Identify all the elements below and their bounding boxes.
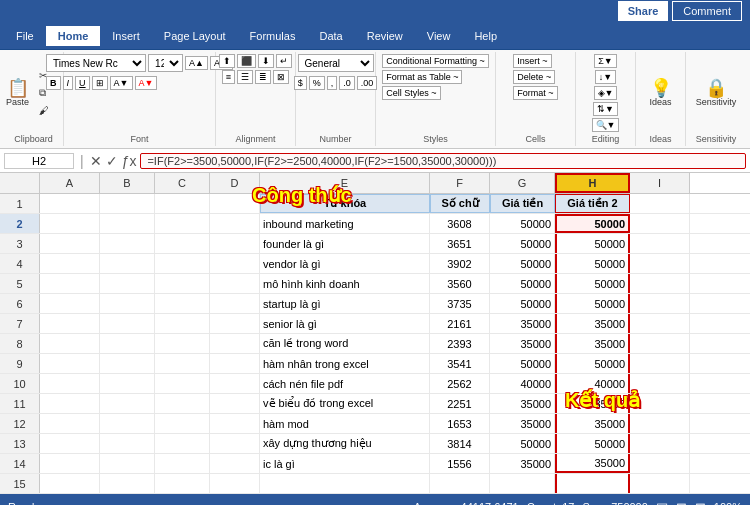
number-format-select[interactable]: General bbox=[298, 54, 374, 72]
cell-b13[interactable] bbox=[100, 434, 155, 453]
cell-h1[interactable]: Giá tiền 2 bbox=[555, 194, 630, 213]
cell-f4[interactable]: 3902 bbox=[430, 254, 490, 273]
cell-f15[interactable] bbox=[430, 474, 490, 493]
tab-review[interactable]: Review bbox=[355, 26, 415, 46]
cell-b8[interactable] bbox=[100, 334, 155, 353]
row-header-15[interactable]: 15 bbox=[0, 474, 40, 493]
cell-a6[interactable] bbox=[40, 294, 100, 313]
tab-page-layout[interactable]: Page Layout bbox=[152, 26, 238, 46]
cell-e7[interactable]: senior là gì bbox=[260, 314, 430, 333]
paste-button[interactable]: 📋 Paste bbox=[2, 77, 33, 109]
cell-a5[interactable] bbox=[40, 274, 100, 293]
view-page-break-btn[interactable]: ⊟ bbox=[695, 500, 706, 506]
cell-h6[interactable]: 50000 bbox=[555, 294, 630, 313]
view-layout-btn[interactable]: ⊞ bbox=[676, 500, 687, 506]
cell-styles-button[interactable]: Cell Styles ~ bbox=[382, 86, 440, 100]
insert-cells-button[interactable]: Insert ~ bbox=[513, 54, 551, 68]
cell-c2[interactable] bbox=[155, 214, 210, 233]
format-as-table-button[interactable]: Format as Table ~ bbox=[382, 70, 462, 84]
cell-b11[interactable] bbox=[100, 394, 155, 413]
wrap-text-button[interactable]: ↵ bbox=[276, 54, 292, 68]
cell-g6[interactable]: 50000 bbox=[490, 294, 555, 313]
row-header-8[interactable]: 8 bbox=[0, 334, 40, 353]
cell-b4[interactable] bbox=[100, 254, 155, 273]
cell-a9[interactable] bbox=[40, 354, 100, 373]
row-header-10[interactable]: 10 bbox=[0, 374, 40, 393]
cell-a3[interactable] bbox=[40, 234, 100, 253]
cell-g13[interactable]: 50000 bbox=[490, 434, 555, 453]
sort-filter-button[interactable]: ⇅▼ bbox=[593, 102, 618, 116]
cell-g12[interactable]: 35000 bbox=[490, 414, 555, 433]
cell-e10[interactable]: cách nén file pdf bbox=[260, 374, 430, 393]
cell-h5[interactable]: 50000 bbox=[555, 274, 630, 293]
cell-i12[interactable] bbox=[630, 414, 690, 433]
row-header-4[interactable]: 4 bbox=[0, 254, 40, 273]
cell-f12[interactable]: 1653 bbox=[430, 414, 490, 433]
cell-a4[interactable] bbox=[40, 254, 100, 273]
increase-font-btn[interactable]: A▲ bbox=[185, 56, 208, 70]
cell-g11[interactable]: 35000 bbox=[490, 394, 555, 413]
row-header-13[interactable]: 13 bbox=[0, 434, 40, 453]
row-header-6[interactable]: 6 bbox=[0, 294, 40, 313]
find-select-button[interactable]: 🔍▼ bbox=[592, 118, 620, 132]
cell-g3[interactable]: 50000 bbox=[490, 234, 555, 253]
align-top-button[interactable]: ⬆ bbox=[219, 54, 235, 68]
bold-button[interactable]: B bbox=[46, 76, 61, 90]
font-color-button[interactable]: A▼ bbox=[135, 76, 158, 90]
enter-formula-btn[interactable]: ✓ bbox=[106, 153, 118, 169]
cell-g9[interactable]: 50000 bbox=[490, 354, 555, 373]
border-button[interactable]: ⊞ bbox=[92, 76, 108, 90]
align-center-button[interactable]: ☰ bbox=[237, 70, 253, 84]
tab-insert[interactable]: Insert bbox=[100, 26, 152, 46]
cell-c11[interactable] bbox=[155, 394, 210, 413]
cell-f1[interactable]: Số chữ bbox=[430, 194, 490, 213]
align-right-button[interactable]: ≣ bbox=[255, 70, 271, 84]
font-size-select[interactable]: 12 bbox=[148, 54, 183, 72]
cell-i7[interactable] bbox=[630, 314, 690, 333]
cell-f9[interactable]: 3541 bbox=[430, 354, 490, 373]
merge-center-button[interactable]: ⊠ bbox=[273, 70, 289, 84]
clear-button[interactable]: ◈▼ bbox=[594, 86, 618, 100]
cell-e14[interactable]: ic là gì bbox=[260, 454, 430, 473]
col-header-i[interactable]: I bbox=[630, 173, 690, 193]
cell-d1[interactable] bbox=[210, 194, 260, 213]
cell-d6[interactable] bbox=[210, 294, 260, 313]
cell-b7[interactable] bbox=[100, 314, 155, 333]
cell-d3[interactable] bbox=[210, 234, 260, 253]
cell-g14[interactable]: 35000 bbox=[490, 454, 555, 473]
row-header-7[interactable]: 7 bbox=[0, 314, 40, 333]
cell-i11[interactable] bbox=[630, 394, 690, 413]
cell-i15[interactable] bbox=[630, 474, 690, 493]
cell-e3[interactable]: founder là gì bbox=[260, 234, 430, 253]
cell-f3[interactable]: 3651 bbox=[430, 234, 490, 253]
cell-d12[interactable] bbox=[210, 414, 260, 433]
cell-f10[interactable]: 2562 bbox=[430, 374, 490, 393]
cell-e2[interactable]: inbound marketing bbox=[260, 214, 430, 233]
cancel-formula-btn[interactable]: ✕ bbox=[90, 153, 102, 169]
cell-e1[interactable]: Từ khóa bbox=[260, 194, 430, 213]
cell-d10[interactable] bbox=[210, 374, 260, 393]
col-header-f[interactable]: F bbox=[430, 173, 490, 193]
font-name-select[interactable]: Times New Rc bbox=[46, 54, 146, 72]
cell-b3[interactable] bbox=[100, 234, 155, 253]
cell-a7[interactable] bbox=[40, 314, 100, 333]
cell-e9[interactable]: hàm nhân trong excel bbox=[260, 354, 430, 373]
ideas-button[interactable]: 💡 Ideas bbox=[645, 77, 675, 109]
cell-i2[interactable] bbox=[630, 214, 690, 233]
cell-i9[interactable] bbox=[630, 354, 690, 373]
cell-i4[interactable] bbox=[630, 254, 690, 273]
cell-c10[interactable] bbox=[155, 374, 210, 393]
cell-a14[interactable] bbox=[40, 454, 100, 473]
cell-d14[interactable] bbox=[210, 454, 260, 473]
cell-e5[interactable]: mô hình kinh doanh bbox=[260, 274, 430, 293]
cell-h10[interactable]: 40000 bbox=[555, 374, 630, 393]
col-header-h[interactable]: H bbox=[555, 173, 630, 193]
tab-formulas[interactable]: Formulas bbox=[238, 26, 308, 46]
cell-h13[interactable]: 50000 bbox=[555, 434, 630, 453]
cell-h3[interactable]: 50000 bbox=[555, 234, 630, 253]
cell-c12[interactable] bbox=[155, 414, 210, 433]
col-header-d[interactable]: D bbox=[210, 173, 260, 193]
cell-b2[interactable] bbox=[100, 214, 155, 233]
cell-g5[interactable]: 50000 bbox=[490, 274, 555, 293]
cell-b15[interactable] bbox=[100, 474, 155, 493]
